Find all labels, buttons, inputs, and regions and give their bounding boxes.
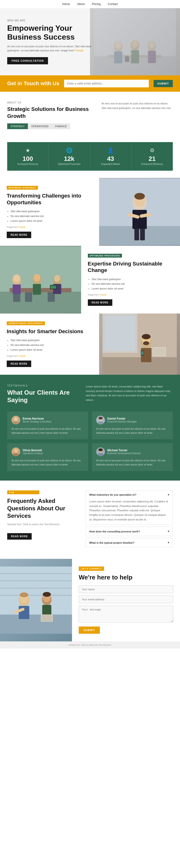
faq-body: Sample text. Click to select the Text El…: [7, 523, 79, 526]
svg-rect-43: [102, 357, 177, 375]
testimonial-author-0: Emma Harrison Senior Strategy Consultant: [11, 416, 84, 425]
banner-heading: Get in Touch with Us: [7, 81, 59, 87]
faq-item-header-2[interactable]: What is the typical project timeline? ▾: [86, 538, 173, 547]
stat-processes: 🌐 12k Optimized Processes: [49, 142, 90, 171]
faq-heading: Frequently Asked Questions About Our Ser…: [7, 497, 79, 520]
feature-tag-3: OPERATIONAL EFFICIENCY: [7, 321, 45, 325]
faq-right: What industries do you specialize in? ▾ …: [86, 490, 173, 549]
chevron-down-icon-1: ▾: [168, 530, 169, 533]
faq-item-header-1[interactable]: How does the consulting process work? ▾: [86, 527, 173, 536]
feature-cta-2[interactable]: READ MORE: [88, 299, 112, 306]
feature-bullet-1-1: No sea takimata sanctus est: [10, 214, 92, 219]
email-field-wrapper: [79, 595, 173, 603]
feature-bullet-3-0: Stet clita kasd gubergren: [10, 338, 92, 343]
faq-answer-0: Lorem ipsum dolor sit amet, consectetur …: [86, 499, 173, 525]
tab-operations[interactable]: OPERATIONS: [28, 123, 52, 129]
svg-rect-35: [33, 284, 41, 295]
svg-rect-52: [153, 348, 166, 356]
feature-content-3: OPERATIONAL EFFICIENCY Insights for Smar…: [0, 313, 99, 375]
svg-point-63: [14, 448, 18, 453]
nav-pricing[interactable]: Pricing: [92, 2, 101, 6]
svg-rect-50: [141, 351, 144, 355]
author-info-3: Michael Turner Business Development Dire…: [107, 448, 141, 455]
svg-rect-77: [19, 606, 29, 619]
feature-bullet-1-2: Lorem ipsum dolor sit amet: [10, 219, 92, 223]
faq-item-header-0[interactable]: What industries do you specialize in? ▾: [86, 490, 173, 499]
message-textarea[interactable]: [79, 606, 173, 622]
feature-tag-2: OPTIMIZED PROCESSES: [88, 254, 122, 257]
feature-content-2: OPTIMIZED PROCESSES Expertise Driving Su…: [81, 246, 180, 313]
feature-bullets-3: Stet clita kasd gubergren No sea takimat…: [7, 338, 92, 352]
svg-rect-86: [41, 615, 52, 621]
stat-revenue-label: Increased Revenue: [10, 163, 45, 165]
testimonial-quote-1: At vero eos et accusam et justo duo dolo…: [96, 427, 169, 435]
testimonial-card-1: Daniel Foster Financial Advisory Manager…: [92, 411, 173, 439]
name-input[interactable]: [79, 586, 173, 593]
author-info-2: Olivia Bennett Operations Analyst: [23, 448, 43, 455]
author-name-2: Olivia Bennett: [23, 448, 43, 452]
svg-point-39: [54, 275, 60, 282]
feature-cta-1[interactable]: READ MORE: [7, 231, 31, 238]
feature-block-2: OPTIMIZED PROCESSES Expertise Driving Su…: [0, 246, 180, 313]
feature-bullet-2-0: Stet clita kasd gubergren: [92, 277, 174, 282]
avatar-2: [11, 447, 20, 456]
feature-credit-2: Image from Freepik: [88, 293, 174, 296]
feature-block-3: OPERATIONAL EFFICIENCY Insights for Smar…: [0, 313, 180, 375]
svg-point-84: [43, 592, 51, 597]
faq-cta-button[interactable]: READ MORE: [7, 533, 32, 539]
author-name-3: Michael Turner: [107, 448, 141, 452]
svg-point-12: [149, 41, 155, 48]
faq-question-2: What is the typical project timeline?: [89, 541, 134, 544]
testimonials-left: TESTIMONIALS What Our Clients Are Saying: [7, 384, 79, 406]
about-left: ABOUT US Strategic Solutions for Busines…: [7, 101, 94, 132]
svg-rect-5: [114, 51, 122, 63]
chevron-down-icon-2: ▾: [168, 541, 169, 544]
stats-grid: ★ 100 Increased Revenue 🌐 12k Optimized …: [7, 142, 173, 171]
stat-processes-label: Optimized Processes: [52, 163, 87, 165]
hero-cta-button[interactable]: FREE CONSULTATION: [7, 57, 48, 64]
nav-home[interactable]: Home: [62, 2, 70, 6]
person-icon: 👤: [93, 147, 128, 154]
contact-submit-button[interactable]: SUBMIT: [79, 626, 100, 634]
stat-revenue: ★ 100 Increased Revenue: [7, 142, 49, 171]
tab-strategy[interactable]: STRATEGY: [7, 123, 28, 129]
nav-about[interactable]: About: [77, 2, 85, 6]
svg-rect-41: [51, 285, 56, 289]
feature-bullet-2-2: Lorem ipsum dolor sit amet: [92, 286, 174, 291]
hero-image: [90, 8, 180, 75]
feature-cta-3[interactable]: READ MORE: [7, 361, 31, 367]
feature-bullets-1: Stet clita kasd gubergren No sea takimat…: [7, 209, 92, 223]
about-section: ABOUT US Strategic Solutions for Busines…: [0, 92, 180, 142]
svg-rect-32: [13, 284, 21, 294]
banner-submit-button[interactable]: SUBMIT: [154, 80, 173, 87]
testimonial-author-1: Daniel Foster Financial Advisory Manager: [96, 416, 169, 425]
stat-efficiency-number: 21: [135, 156, 170, 162]
feature-bullets-2: Stet clita kasd gubergren No sea takimat…: [88, 277, 174, 291]
author-role-3: Business Development Director: [107, 452, 141, 455]
about-heading: Strategic Solutions for Business Growth: [7, 106, 94, 120]
navigation: Home About Pricing Contact: [0, 0, 180, 8]
name-field-wrapper: [79, 586, 173, 593]
email-input[interactable]: [64, 80, 149, 87]
svg-rect-8: [131, 50, 139, 63]
hero-body: At vero eos et accusam et justo duo dolo…: [7, 44, 92, 53]
contact-email-input[interactable]: [79, 595, 173, 603]
svg-rect-14: [125, 56, 129, 62]
feature-bullet-3-1: No sea takimata sanctus est: [10, 343, 92, 348]
contact-heading: We're here to help: [79, 574, 173, 581]
author-info-0: Emma Harrison Senior Strategy Consultant: [23, 417, 51, 423]
feature-tag-1: BUSINESS STRATEGY: [7, 186, 38, 190]
feature-image-3: [99, 313, 180, 375]
nav-contact[interactable]: Contact: [108, 2, 118, 6]
about-body: At vero eos et accusam et justo duo dolo…: [101, 101, 173, 110]
stat-revenue-number: 100: [10, 156, 45, 162]
contact-section: LET'S CONNECT We're here to help SUBMIT: [0, 559, 180, 642]
feature-heading-1: Transforming Challenges into Opportuniti…: [7, 192, 92, 206]
faq-section: FAQ Frequently Asked Questions About Our…: [0, 480, 180, 559]
testimonials-heading: What Our Clients Are Saying: [7, 389, 79, 404]
svg-rect-24: [140, 228, 145, 241]
svg-rect-11: [148, 51, 156, 63]
tab-finance[interactable]: FINANCE: [52, 123, 70, 129]
star-icon: ★: [10, 147, 45, 154]
stat-processes-number: 12k: [52, 156, 87, 162]
